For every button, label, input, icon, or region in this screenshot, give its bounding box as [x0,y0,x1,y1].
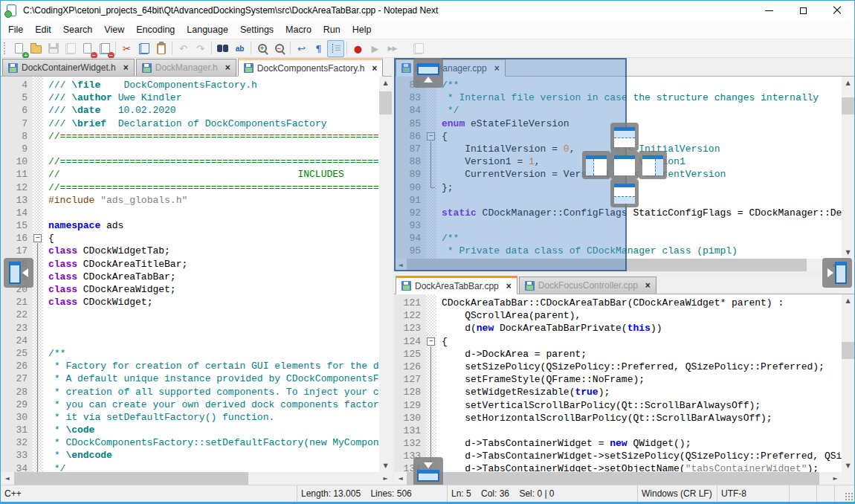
line-number-margin[interactable]: 1211221231241251261271281291301311321331… [394,294,426,472]
line-number: 124 [394,335,421,348]
code-line: //======================================… [48,181,379,194]
close-button[interactable] [820,0,854,21]
tab-DockAreaTabBar.cpp[interactable]: DockAreaTabBar.cpp× [396,276,517,294]
tab-close-icon[interactable]: × [372,64,377,73]
line-number: 15 [1,219,28,232]
dock-indicator-bottom[interactable] [610,179,639,207]
macro-record-button[interactable]: ● [349,40,367,57]
tab-DockContainerWidget.h[interactable]: DockContainerWidget.h× [2,59,135,76]
fold-margin[interactable]: − [426,294,436,472]
tab-DockComponentsFactory.h[interactable]: DockComponentsFactory.h× [238,58,384,77]
resize-grip[interactable] [842,485,854,503]
left-vertical-scrollbar[interactable]: ▲ ▼ [379,77,392,472]
line-number: 22 [1,308,28,321]
dock-indicator-left[interactable] [582,151,610,179]
line-number: 6 [1,104,28,117]
menu-run[interactable]: Run [317,22,346,37]
menu-file[interactable]: File [2,22,29,37]
bottom-right-horizontal-scrollbar[interactable]: ◄ ► [394,472,842,485]
close-file-button[interactable]: − [79,40,96,57]
zoom-out-button[interactable]: − [271,40,288,57]
dock-indicator-center[interactable] [610,151,639,179]
replace-button[interactable]: ab [231,40,248,57]
scroll-left-icon[interactable]: ◄ [1,472,13,485]
dock-edge-indicator-bottom[interactable] [413,457,443,487]
indent-guide-button[interactable] [327,40,344,57]
dock-top-icon [614,127,635,147]
dock-indicator-top[interactable] [610,123,639,151]
left-horizontal-scrollbar[interactable]: ◄ ► [1,472,392,485]
scroll-down-icon[interactable]: ▼ [842,246,854,259]
word-wrap-icon: ↩ [297,44,306,54]
close-all-button[interactable]: − [96,40,113,57]
scroll-left-icon[interactable]: ◄ [394,472,407,485]
menu-settings[interactable]: Settings [234,22,280,37]
menu-language[interactable]: Language [181,22,234,37]
tab-DockFocusController.cpp[interactable]: DockFocusController.cpp× [519,277,656,294]
paste-icon [157,43,166,54]
dock-center-icon [614,155,635,175]
scrollbar-thumb[interactable] [842,97,854,114]
arrow-right-icon [827,268,833,277]
scrollbar-thumb[interactable] [14,472,248,485]
dock-indicator-right[interactable] [639,151,667,179]
maximize-icon [800,7,807,14]
find-button[interactable] [214,40,231,57]
scroll-down-icon[interactable]: ▼ [842,459,854,472]
code-area[interactable]: CDockAreaTabBar::CDockAreaTabBar(CDockAr… [436,294,842,472]
top-right-vertical-scrollbar[interactable]: ▲ ▼ [842,77,854,259]
line-number: 34 [1,462,28,472]
scroll-right-icon[interactable]: ► [379,472,392,485]
copy-button[interactable] [135,40,152,57]
fold-collapse-icon[interactable]: − [427,337,435,346]
close-file-icon [83,43,91,54]
scroll-up-icon[interactable]: ▲ [842,294,854,307]
toolbar-grip[interactable] [4,42,7,54]
tab-DockManager.h[interactable]: DockManager.h× [136,59,236,76]
menu-view[interactable]: View [98,22,130,37]
cut-button[interactable]: ✂ [118,40,135,57]
code-line: class CDockWidgetTab; [48,245,379,257]
bottom-right-editor[interactable]: 1211221231241251261271281291301311321331… [394,294,854,472]
fold-collapse-icon[interactable]: − [33,234,42,242]
line-number: 7 [1,117,28,130]
scroll-up-icon[interactable]: ▲ [379,77,392,89]
dock-edge-indicator-left[interactable] [4,258,33,288]
scrollbar-thumb[interactable] [842,342,854,359]
tab-close-icon[interactable]: × [506,282,512,291]
menu-edit[interactable]: Edit [29,22,57,37]
dock-edge-indicator-top[interactable] [413,58,443,88]
code-line [442,424,842,437]
code-area[interactable]: /// \file DockComponentsFactory.h/// \au… [43,77,379,472]
scrollbar-thumb[interactable] [379,91,392,114]
new-file-button[interactable]: + [10,40,28,57]
status-extra-1 [790,485,817,503]
save-file-button [45,40,62,57]
minimize-button[interactable] [752,0,786,21]
menu-macro[interactable]: Macro [280,22,317,37]
show-all-chars-button[interactable]: ¶ [310,40,327,57]
code-line: //======================================… [48,155,379,168]
tab-close-icon[interactable]: × [225,63,230,72]
scrollbar-thumb[interactable] [407,472,819,485]
scroll-down-icon[interactable]: ▼ [379,459,392,472]
menu-search[interactable]: Search [57,22,99,37]
tab-close-icon[interactable]: × [123,63,129,72]
dock-edge-indicator-right[interactable] [822,258,852,288]
bottom-right-vertical-scrollbar[interactable]: ▲ ▼ [842,294,854,472]
scroll-right-icon[interactable]: ► [829,472,842,485]
title-bar[interactable]: C:\CodingXP\cetoni_projects_64bit\QtAdva… [1,0,854,21]
open-file-button[interactable] [28,40,45,57]
menu-encoding[interactable]: Encoding [130,22,181,37]
menu-help[interactable]: Help [346,22,378,37]
fold-margin[interactable]: − [33,77,43,472]
scroll-up-icon[interactable]: ▲ [842,77,854,89]
maximize-button[interactable] [786,0,820,21]
left-editor[interactable]: 4567891011121314151617181920212223242526… [1,77,392,472]
zoom-in-button[interactable]: + [254,40,271,57]
word-wrap-button[interactable]: ↩ [293,40,310,57]
paste-button[interactable] [152,40,170,57]
line-number: 4 [1,79,28,91]
tab-close-icon[interactable]: × [645,281,651,290]
macro-play-icon: ▶ [372,44,379,54]
